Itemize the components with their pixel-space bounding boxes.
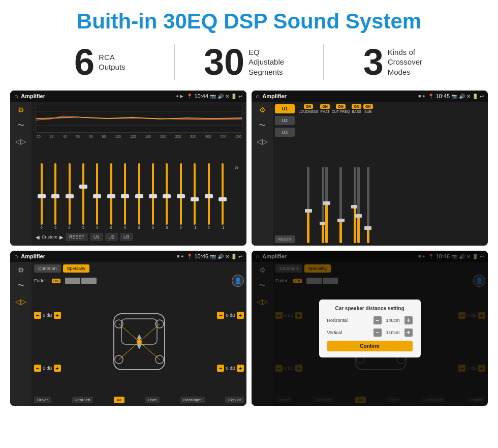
bass-channel: ON BASS [352, 104, 361, 243]
left-front-plus[interactable]: + [54, 312, 61, 319]
confirm-button[interactable]: Confirm [327, 341, 413, 351]
specialty-tab[interactable]: Specialty [63, 264, 90, 273]
driver-btn[interactable]: Driver [34, 397, 51, 403]
speaker-icon-2[interactable]: ◁▷ [257, 137, 268, 145]
wave-icon-3[interactable]: 〜 [17, 281, 24, 290]
stat-eq-desc: EQ Adjustable Segments [248, 47, 294, 77]
u1-button[interactable]: U1 [90, 233, 103, 241]
eq-icon[interactable]: ⚙ [18, 106, 24, 114]
eq-icon-3[interactable]: ⚙ [18, 266, 24, 274]
eq-slider-9[interactable]: 0 [147, 163, 159, 229]
crossover-content: ⚙ 〜 ◁▷ U1 U2 U3 RESET ON LOUDNESS [252, 102, 488, 246]
volume-icon-2: 🔊 [459, 94, 465, 99]
reset-button[interactable]: RESET [66, 233, 88, 241]
horizontal-minus[interactable]: − [374, 316, 382, 324]
location-icon: 📍 [186, 94, 193, 99]
right-rear-plus[interactable]: + [237, 365, 244, 372]
u3-button[interactable]: U3 [120, 233, 133, 241]
wave-icon[interactable]: 〜 [17, 121, 24, 130]
stat-eq-number: 30 [204, 44, 244, 80]
back-icon-2[interactable]: ↩ [480, 94, 484, 99]
eq-slider-6[interactable]: 0 [105, 163, 117, 229]
eq-slider-7[interactable]: 0 [119, 163, 131, 229]
speaker-icon-3[interactable]: ◁▷ [15, 297, 26, 306]
eq-slider-1[interactable]: 0 [36, 163, 47, 229]
eq-bottom-bar: ◀ Custom ▶ RESET U1 U2 U3 [36, 231, 242, 243]
loudness-on[interactable]: ON [304, 104, 314, 109]
distance-dialog: Car speaker distance setting Horizontal … [319, 300, 421, 357]
eq-status-bar: ⌂ Amplifier ● ▶ 📍 10:44 📷 🔊 ✕ 🔋 ↩ [10, 91, 246, 102]
u1-preset[interactable]: U1 [275, 104, 295, 113]
sub-on[interactable]: ON [363, 104, 373, 109]
phat-on[interactable]: ON [320, 104, 330, 109]
right-front-minus[interactable]: − [217, 312, 224, 319]
fader-status-icons: 📍 10:46 📷 🔊 ✕ 🔋 ↩ [186, 253, 242, 259]
horizontal-row: Horizontal − 140cm + [327, 316, 413, 324]
horizontal-plus[interactable]: + [404, 316, 413, 324]
right-db-controls: − 0 dB + − 0 dB + [217, 289, 244, 395]
all-btn[interactable]: All [114, 397, 124, 403]
stat-crossover-number: 3 [363, 44, 384, 80]
sub-label: SUB [364, 110, 371, 113]
wifi-icon-3: ✕ [225, 254, 229, 259]
wave-icon-2[interactable]: 〜 [259, 121, 266, 130]
common-tab[interactable]: Common [34, 264, 61, 273]
phat-channel: ON PHAT [320, 104, 330, 243]
eq-slider-14[interactable]: -1 [216, 163, 228, 229]
home-icon-2[interactable]: ⌂ [256, 93, 259, 100]
next-icon[interactable]: ▶ [59, 234, 64, 240]
eq-slider-3[interactable]: 0 [64, 163, 75, 229]
back-icon-3[interactable]: ↩ [238, 254, 242, 259]
loudness-label: LOUDNESS [299, 110, 319, 113]
eq-expand[interactable]: » [231, 163, 242, 229]
wifi-icon: ✕ [225, 94, 229, 99]
eq-slider-8[interactable]: 0 [133, 163, 145, 229]
car-diagram [64, 289, 214, 395]
eq-slider-2[interactable]: 0 [49, 163, 61, 229]
left-front-minus[interactable]: − [34, 312, 41, 319]
eq-slider-13[interactable]: 0 [203, 163, 214, 229]
copilot-btn[interactable]: Copilot [225, 397, 244, 403]
vertical-plus[interactable]: + [404, 328, 413, 337]
home-icon-3[interactable]: ⌂ [14, 253, 18, 260]
eq-slider-12[interactable]: -1 [189, 163, 200, 229]
u2-preset[interactable]: U2 [275, 116, 295, 125]
left-rear-plus[interactable]: + [54, 365, 61, 372]
fader-control-row: Fader ON 👤 [34, 275, 244, 287]
crossover-side-panel: ⚙ 〜 ◁▷ [252, 102, 273, 246]
volume-icon-3: 🔊 [217, 254, 224, 259]
eq-icon-2[interactable]: ⚙ [259, 106, 266, 114]
cutfreq-on[interactable]: ON [336, 104, 346, 109]
right-rear-db: − 0 dB + [217, 365, 244, 372]
page-title: Buith-in 30EQ DSP Sound System [0, 0, 498, 39]
home-icon[interactable]: ⌂ [14, 93, 18, 100]
speaker-icon[interactable]: ◁▷ [15, 137, 26, 145]
vertical-control: − 110cm + [374, 328, 413, 337]
fader-user-icon[interactable]: 👤 [232, 275, 244, 287]
fader-tabs: Common Specialty [34, 264, 244, 273]
right-front-plus[interactable]: + [237, 312, 244, 319]
back-icon[interactable]: ↩ [238, 94, 242, 99]
eq-slider-5[interactable]: 0 [91, 163, 103, 229]
preset-buttons: U1 U2 U3 RESET [273, 102, 297, 246]
bass-label: BASS [352, 110, 361, 113]
user-btn[interactable]: User [145, 397, 160, 403]
vertical-label: Vertical [327, 330, 355, 335]
rear-right-btn[interactable]: RearRight [180, 397, 205, 403]
vertical-minus[interactable]: − [374, 328, 382, 337]
rear-left-btn[interactable]: RearLeft [72, 397, 94, 403]
svg-line-10 [119, 324, 139, 342]
crossover-reset-button[interactable]: RESET [275, 235, 295, 243]
right-rear-minus[interactable]: − [217, 365, 224, 372]
prev-icon[interactable]: ◀ [36, 234, 40, 240]
eq-slider-11[interactable]: 0 [175, 163, 186, 229]
bass-on[interactable]: ON [352, 104, 361, 109]
eq-slider-4[interactable]: 5 [77, 163, 89, 229]
fader-on-badge[interactable]: ON [52, 279, 60, 283]
left-rear-minus[interactable]: − [34, 365, 41, 372]
eq-slider-10[interactable]: 0 [161, 163, 173, 229]
fader-label: Fader [34, 278, 49, 283]
u2-button[interactable]: U2 [105, 233, 118, 241]
fader-bottom-labels: Driver RearLeft All User RearRight Copil… [34, 397, 244, 403]
u3-preset[interactable]: U3 [275, 128, 295, 137]
